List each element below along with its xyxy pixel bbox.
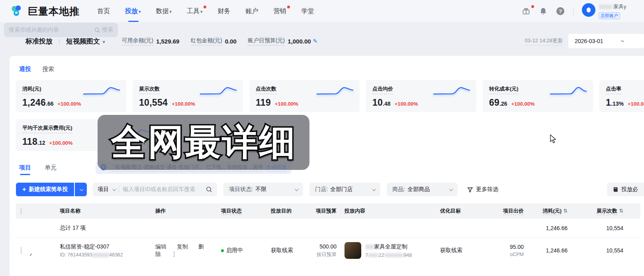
caret-down-icon: ▾	[103, 39, 105, 45]
summary-impressions: 10,554	[568, 225, 623, 231]
sort-icon[interactable]: ⇅	[563, 208, 568, 214]
impressions-cell: 10,554	[568, 247, 623, 254]
create-lead-project-button[interactable]: + 新建线索简单投	[16, 183, 74, 196]
date-range-picker[interactable]: 2026-03-01 ~	[568, 34, 644, 48]
row-checkbox[interactable]	[21, 247, 22, 254]
channel-selector[interactable]: 短视频图文 ▾	[66, 37, 105, 46]
status-text: 启用中	[226, 247, 243, 253]
account-info: 家具y 总部账户	[599, 3, 634, 19]
daily-budget-label: 账户日预算(元)	[248, 37, 285, 45]
date-separator: ~	[621, 38, 624, 44]
divider: |	[59, 38, 60, 45]
project-name[interactable]: 私信留资-稳定-0307	[60, 243, 147, 250]
opt-goal-cell: 获取线索	[434, 247, 486, 254]
redacted-id	[92, 253, 109, 257]
gift-icon[interactable]	[522, 7, 530, 16]
search-input[interactable]: 搜索你感兴趣的内容	[9, 26, 92, 34]
search-scope-select[interactable]: 项目	[98, 186, 109, 193]
redpacket-value: 0.00	[225, 38, 237, 45]
logo-title: 巨量本地推	[28, 5, 80, 18]
filter-goods[interactable]: 商品: 全部商品	[387, 183, 458, 196]
sparkline-chart	[433, 85, 471, 97]
bid-cell: 95.00 oCPM	[486, 244, 524, 257]
nav-item-home[interactable]: 首页	[97, 7, 110, 16]
content-thumbnail[interactable]	[345, 242, 361, 259]
row-actions: 编辑 复制 删除 ⋮	[147, 243, 217, 258]
edit-button[interactable]: 编辑	[155, 243, 166, 250]
project-search-box[interactable]: 项目 输入项目ID或名称后回车搜索	[93, 183, 217, 196]
purpose-cell: 获取线索	[265, 247, 297, 254]
table-header-row: 项目名称 操作 项目状态 投放目的 项目预算 投放内容 优化目标 项目出价 消耗…	[16, 203, 640, 219]
tab-general-delivery[interactable]: 通投	[19, 65, 31, 73]
nav-item-finance[interactable]: 财务	[218, 7, 231, 16]
sort-icon[interactable]: ⇅	[619, 208, 623, 214]
redacted-id	[384, 253, 403, 257]
tab-unit[interactable]: 单元	[45, 164, 57, 175]
col-header-opt-goal: 优化目标	[434, 207, 486, 215]
nav-item-delivery[interactable]: 投放▾	[125, 7, 141, 16]
content-cell: 家具全屋定制 722948	[337, 242, 434, 259]
chevron-down-icon	[80, 187, 84, 191]
caret-down-icon: ▾	[170, 9, 172, 14]
more-filters-button[interactable]: 更多筛选	[467, 186, 498, 193]
data-updated-timestamp: 03-12 14:28更新	[525, 37, 563, 45]
nav-item-marketing[interactable]: 营销	[274, 7, 286, 16]
project-search-input[interactable]: 输入项目ID或名称后回车搜索	[123, 186, 202, 193]
delivery-guide-button[interactable]: 投放必	[607, 183, 644, 196]
stat-card-ctr: 点击率 1.13%+100.00%	[599, 80, 644, 112]
notification-dot	[287, 6, 290, 8]
select-all-checkbox[interactable]	[21, 208, 22, 215]
stat-card-clicks: 点击次数 119+100.00%	[249, 80, 360, 112]
project-id: ID: 76144359348362	[60, 252, 147, 258]
nav-menu: 首页 投放▾ 数据▾ 工具▾ 财务 账户 营销 学堂	[97, 7, 314, 16]
bell-icon[interactable]	[539, 7, 548, 16]
sparkline-chart	[199, 85, 237, 97]
col-header-name: 项目名称	[56, 207, 147, 215]
account-name: 家具y	[613, 3, 626, 10]
more-actions-icon[interactable]: ⋮	[171, 250, 177, 257]
account-menu[interactable]: 家具y 总部账户	[582, 3, 634, 19]
tab-search-delivery[interactable]: 搜索	[42, 65, 54, 73]
sparkline-chart	[82, 85, 121, 97]
nav-item-academy[interactable]: 学堂	[301, 7, 314, 16]
filter-project-status[interactable]: 项目状态: 不限	[223, 183, 303, 196]
chevron-down-icon	[449, 187, 453, 191]
toggle-check-icon: ✓	[28, 251, 34, 258]
nav-item-data[interactable]: 数据▾	[156, 7, 172, 16]
col-header-purpose: 投放目的	[265, 207, 297, 215]
tab-project[interactable]: 项目	[19, 164, 31, 175]
app-logo[interactable]: 巨量本地推	[10, 3, 80, 19]
mode-label: 标准投放	[25, 37, 53, 46]
filter-store[interactable]: 门店: 全部门店	[309, 183, 380, 196]
table-summary-row: 总计 17 项 1,246.66 10,554	[16, 219, 640, 238]
redacted-id	[368, 253, 378, 257]
copy-button[interactable]: 复制	[177, 243, 188, 250]
create-button-dropdown[interactable]	[75, 183, 87, 196]
list-toolbar: + 新建线索简单投 项目 输入项目ID或名称后回车搜索 项目状态: 不限 门店:…	[16, 183, 640, 196]
help-icon[interactable]: ?	[556, 7, 565, 16]
col-header-bid: 项目出价	[486, 207, 524, 215]
top-nav: 巨量本地推 首页 投放▾ 数据▾ 工具▾ 财务 账户 营销 学堂 ?	[0, 0, 644, 22]
chevron-down-icon	[112, 187, 116, 191]
notification-dot	[204, 6, 206, 8]
edit-budget-icon[interactable]: ✎	[313, 38, 318, 44]
stat-card-avg-click-price: 点击均价 10.48+100.00%	[366, 80, 476, 112]
nav-item-tools[interactable]: 工具▾	[187, 7, 203, 16]
redpacket-label: 红包金额(元)	[190, 37, 222, 45]
status-cell: 启用中	[217, 247, 265, 254]
notification-dot	[531, 5, 534, 8]
caret-down-icon: ▾	[139, 9, 141, 14]
redacted-account-name	[599, 5, 612, 9]
global-search-overlay[interactable]: 搜索你感兴趣的内容 搜索	[4, 23, 118, 37]
funnel-icon	[467, 187, 473, 193]
caption-text: 全网最详细	[111, 118, 296, 167]
search-button[interactable]: 搜索	[94, 26, 113, 34]
stat-cards-row: 消耗(元) 1,246.66+100.00% 展示次数 10,554+100.0…	[16, 80, 644, 112]
nav-item-account[interactable]: 账户	[246, 7, 258, 16]
avatar	[582, 3, 595, 17]
plus-icon: +	[22, 186, 26, 193]
divider	[119, 186, 119, 193]
logo-icon	[10, 3, 24, 19]
project-name-cell: 私信留资-稳定-0307 ID: 76144359348362	[56, 243, 147, 258]
search-icon[interactable]	[206, 186, 212, 193]
